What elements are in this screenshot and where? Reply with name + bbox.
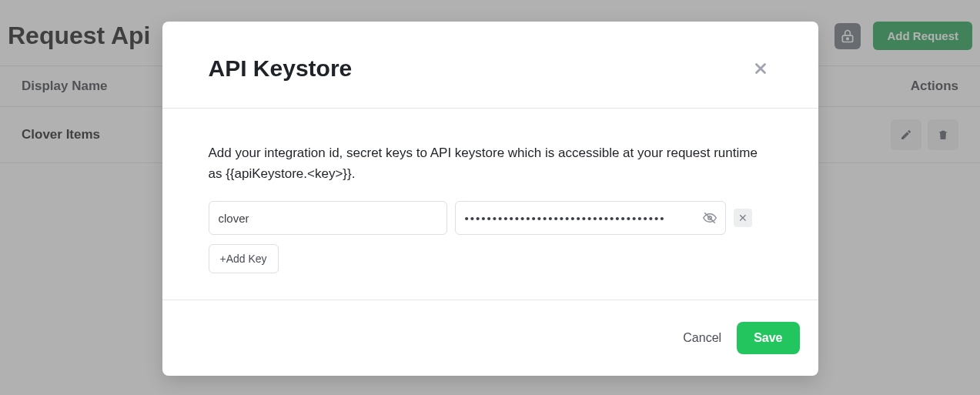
key-name-input[interactable]	[209, 201, 447, 235]
save-button[interactable]: Save	[737, 322, 799, 354]
close-button[interactable]	[749, 57, 772, 80]
modal-body: Add your integration id, secret keys to …	[162, 109, 818, 300]
x-icon: ✕	[738, 212, 748, 224]
toggle-visibility-button[interactable]	[701, 209, 718, 226]
modal-description: Add your integration id, secret keys to …	[209, 142, 772, 184]
key-row: ✕	[209, 201, 772, 235]
modal-footer: Cancel Save	[162, 300, 818, 376]
modal-title: API Keystore	[209, 55, 353, 82]
key-value-input[interactable]	[455, 201, 726, 235]
eye-off-icon	[703, 211, 717, 225]
add-key-button[interactable]: +Add Key	[209, 244, 279, 273]
key-value-wrapper	[455, 201, 726, 235]
close-icon	[752, 60, 769, 77]
api-keystore-modal: API Keystore Add your integration id, se…	[162, 22, 818, 376]
modal-header: API Keystore	[162, 22, 818, 109]
delete-key-button[interactable]: ✕	[734, 209, 752, 227]
cancel-button[interactable]: Cancel	[683, 331, 721, 345]
